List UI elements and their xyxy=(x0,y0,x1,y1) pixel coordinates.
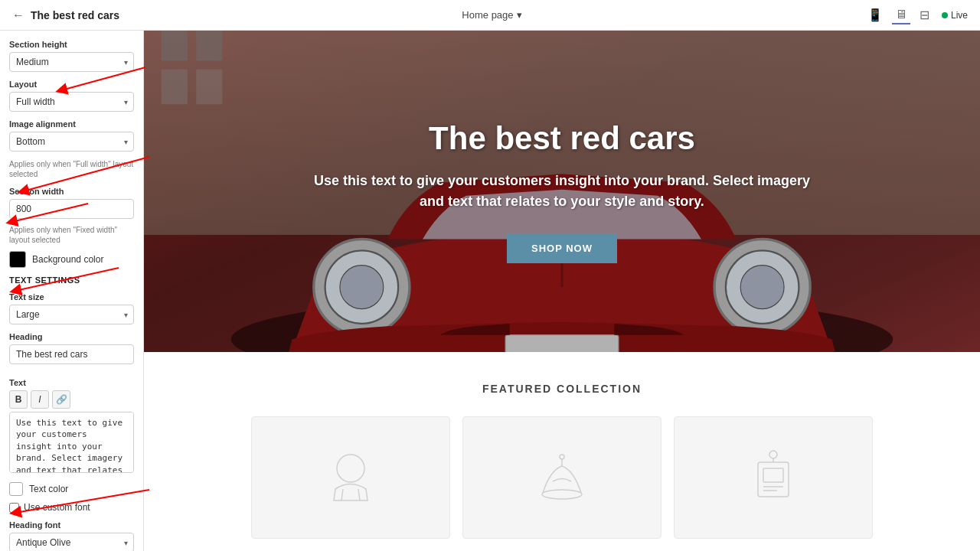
topbar-center: Home page ▾ xyxy=(462,9,521,21)
heading-input[interactable] xyxy=(9,344,134,364)
product-placeholder-1 xyxy=(252,424,449,531)
layout-label: Layout xyxy=(9,80,134,89)
svg-line-22 xyxy=(358,489,360,500)
sidebar: Section height Small Medium Large ▾ Layo… xyxy=(0,31,144,551)
text-area[interactable]: Use this text to give your customers ins… xyxy=(9,412,134,473)
hero-title: The best red cars xyxy=(429,119,695,158)
mobile-device-icon[interactable]: 📱 xyxy=(864,6,886,24)
wide-device-icon[interactable]: ⊟ xyxy=(916,6,933,24)
custom-font-checkbox[interactable] xyxy=(9,503,19,513)
svg-rect-26 xyxy=(758,462,789,497)
layout-select[interactable]: Full width Fixed width xyxy=(9,92,134,112)
text-size-wrapper: Small Medium Large ▾ xyxy=(9,305,134,324)
product-card-3 xyxy=(674,416,873,539)
shop-now-button[interactable]: SHOP NOW xyxy=(507,233,617,263)
preview-area: The best red cars Use this text to give … xyxy=(144,31,980,551)
homepage-dropdown[interactable]: Home page ▾ xyxy=(462,9,521,21)
live-badge: Live xyxy=(942,10,968,21)
live-dot xyxy=(942,12,948,18)
section-height-wrapper: Small Medium Large ▾ xyxy=(9,52,134,72)
link-button[interactable]: 🔗 xyxy=(52,390,70,409)
background-color-label: Background color xyxy=(32,254,103,265)
text-color-swatch[interactable] xyxy=(9,482,23,496)
topbar-right: 📱 🖥 ⊟ Live xyxy=(864,6,968,24)
bold-button[interactable]: B xyxy=(9,390,28,409)
section-height-label: Section height xyxy=(9,40,134,49)
sidebar-container: Section height Small Medium Large ▾ Layo… xyxy=(0,31,144,551)
custom-font-label[interactable]: Use custom font xyxy=(24,502,90,513)
live-label: Live xyxy=(951,10,968,21)
heading-font-wrapper: Antique Olive ▾ xyxy=(9,533,134,551)
heading-font-label: Heading font xyxy=(9,520,134,530)
text-size-label: Text size xyxy=(9,292,134,302)
section-width-input[interactable] xyxy=(9,199,134,219)
device-icons: 📱 🖥 ⊟ xyxy=(864,6,933,24)
custom-font-row: Use custom font xyxy=(9,502,134,513)
page-title: The best red cars xyxy=(31,9,119,21)
text-settings-header: TEXT SETTINGS xyxy=(9,276,134,285)
featured-title: FEATURED COLLECTION xyxy=(159,383,965,395)
text-label: Text xyxy=(9,378,134,387)
dropdown-arrow-icon: ▾ xyxy=(517,9,522,21)
hero-content: The best red cars Use this text to give … xyxy=(144,31,980,352)
topbar-left: ← The best red cars xyxy=(12,8,119,22)
product-placeholder-3 xyxy=(675,424,872,531)
section-height-select[interactable]: Small Medium Large xyxy=(9,52,134,72)
image-alignment-label: Image alignment xyxy=(9,119,134,129)
svg-point-30 xyxy=(769,451,777,458)
image-alignment-select[interactable]: Top Center Bottom xyxy=(9,132,134,152)
italic-button[interactable]: I xyxy=(31,390,49,409)
desktop-device-icon[interactable]: 🖥 xyxy=(892,6,910,24)
product-image-1 xyxy=(320,447,381,508)
product-placeholder-2 xyxy=(463,424,661,531)
background-color-swatch[interactable] xyxy=(9,251,26,268)
fixed-width-hint: Applies only when "Fixed width" layout s… xyxy=(9,225,134,245)
hero-section: The best red cars Use this text to give … xyxy=(144,31,980,352)
layout-wrapper: Full width Fixed width ▾ xyxy=(9,92,134,112)
product-card-1 xyxy=(251,416,450,539)
svg-line-21 xyxy=(341,489,343,500)
svg-point-20 xyxy=(337,455,364,482)
featured-section: FEATURED COLLECTION xyxy=(144,352,980,551)
product-image-2 xyxy=(531,447,593,508)
heading-label: Heading xyxy=(9,332,134,341)
main-area: Section height Small Medium Large ▾ Layo… xyxy=(0,31,980,551)
text-color-label: Text color xyxy=(29,484,68,494)
text-color-row: Text color xyxy=(9,482,134,496)
topbar: ← The best red cars Home page ▾ 📱 🖥 ⊟ Li… xyxy=(0,0,980,31)
back-button[interactable]: ← xyxy=(12,8,24,22)
svg-point-23 xyxy=(542,490,582,499)
product-grid xyxy=(159,416,965,539)
background-color-row: Background color xyxy=(9,251,134,268)
text-toolbar: B I 🔗 xyxy=(9,390,134,409)
section-width-label: Section width xyxy=(9,187,134,196)
image-alignment-wrapper: Top Center Bottom ▾ xyxy=(9,132,134,152)
product-card-2 xyxy=(462,416,662,539)
text-size-select[interactable]: Small Medium Large xyxy=(9,305,134,324)
full-width-hint: Applies only when "Full width" layout se… xyxy=(9,159,134,179)
svg-rect-27 xyxy=(763,468,783,482)
heading-font-select[interactable]: Antique Olive xyxy=(9,533,134,551)
product-image-3 xyxy=(743,447,804,508)
hero-description: Use this text to give your customers ins… xyxy=(309,171,815,212)
